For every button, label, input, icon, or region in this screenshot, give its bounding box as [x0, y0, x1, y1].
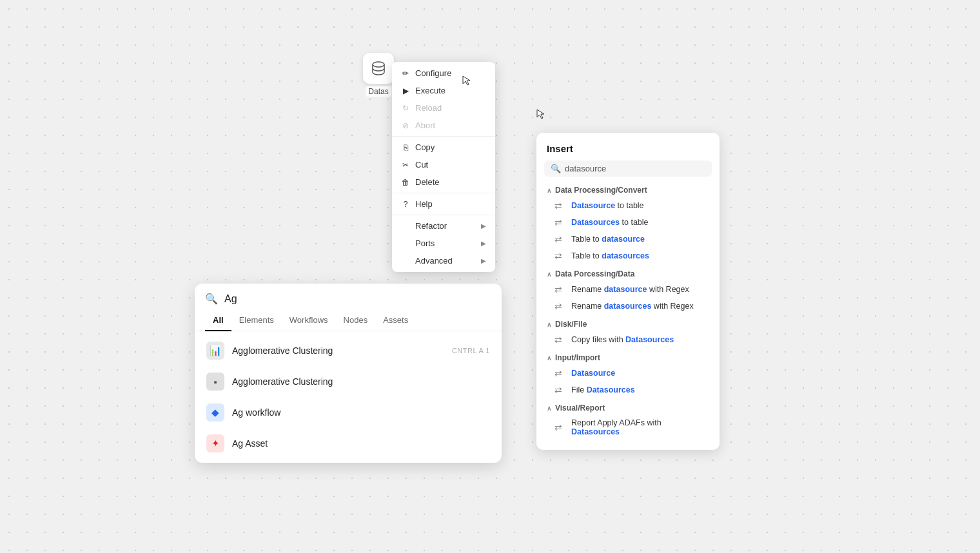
section-label: Disk/File	[555, 320, 587, 329]
menu-item-advanced[interactable]: Advanced▶	[392, 252, 495, 269]
item-highlight: Datasource	[571, 369, 615, 378]
menu-separator	[392, 193, 495, 193]
search-tab-all[interactable]: All	[205, 311, 231, 331]
search-result-ag-asset[interactable]: ✦Ag Asset	[195, 428, 502, 459]
item-highlight: Datasources	[571, 427, 620, 436]
insert-panel: Insert 🔍 ∧Data Processing/Convert⇄Dataso…	[536, 133, 720, 450]
insert-item[interactable]: ⇄Copy files with Datasources	[536, 331, 720, 348]
menu-item-abort: ⊘Abort	[392, 117, 495, 134]
section-label: Data Processing/Convert	[555, 186, 647, 195]
item-icon: ⇄	[554, 284, 566, 295]
ports-icon	[401, 239, 410, 248]
insert-item[interactable]: ⇄File Datasources	[536, 382, 720, 398]
item-highlight: datasources	[602, 251, 649, 260]
search-result-agglomerative2[interactable]: ▪Agglomerative Clustering	[195, 366, 502, 397]
insert-panel-title: Insert	[536, 143, 720, 160]
insert-section-disk-file: ∧Disk/File⇄Copy files with Datasources	[536, 317, 720, 348]
item-icon: ⇄	[554, 422, 566, 432]
section-label: Input/Import	[555, 353, 600, 362]
cut-label: Cut	[415, 160, 428, 170]
insert-search-box[interactable]: 🔍	[544, 160, 712, 177]
item-highlight: datasource	[604, 285, 647, 294]
search-tab-workflows[interactable]: Workflows	[282, 311, 336, 331]
reload-icon: ↻	[401, 104, 410, 113]
configure-label: Configure	[415, 68, 451, 78]
item-highlight: Datasources	[587, 385, 635, 394]
abort-icon: ⊘	[401, 121, 410, 130]
item-icon: ⇄	[554, 385, 566, 395]
item-icon: ⇄	[554, 217, 566, 228]
chevron-icon: ∧	[547, 321, 551, 328]
insert-item[interactable]: ⇄Report Apply ADAFs with Datasources	[536, 415, 720, 440]
refactor-submenu-arrow: ▶	[481, 222, 486, 229]
result-icon: 📊	[206, 342, 224, 360]
item-highlight: Datasource	[571, 201, 615, 210]
abort-label: Abort	[415, 121, 435, 130]
result-shortcut: CNTRL A 1	[452, 347, 490, 354]
search-result-ag-workflow[interactable]: ◆Ag workflow	[195, 397, 502, 428]
item-label: Copy files with Datasources	[571, 335, 674, 344]
insert-sections: ∧Data Processing/Convert⇄Datasource to t…	[536, 183, 720, 440]
item-icon: ⇄	[554, 234, 566, 244]
cut-icon: ✂	[401, 160, 410, 170]
item-highlight: datasource	[602, 235, 645, 244]
search-input[interactable]	[224, 293, 491, 305]
help-label: Help	[415, 199, 433, 209]
context-menu: ✏Configure▶Execute↻Reload⊘Abort⎘Copy✂Cut…	[392, 62, 495, 272]
insert-item[interactable]: ⇄Rename datasource with Regex	[536, 281, 720, 298]
advanced-submenu-arrow: ▶	[481, 257, 486, 264]
insert-section-header-disk-file[interactable]: ∧Disk/File	[536, 317, 720, 331]
delete-label: Delete	[415, 177, 440, 187]
menu-item-configure[interactable]: ✏Configure	[392, 64, 495, 82]
insert-item[interactable]: ⇄Rename datasources with Regex	[536, 298, 720, 315]
configure-icon: ✏	[401, 69, 410, 78]
insert-section-header-data-processing-data[interactable]: ∧Data Porcessing/Data	[536, 267, 720, 281]
chevron-icon: ∧	[547, 271, 551, 278]
insert-item[interactable]: ⇄Datasources to table	[536, 214, 720, 231]
insert-item[interactable]: ⇄Table to datasource	[536, 231, 720, 247]
insert-search-input[interactable]	[565, 164, 705, 173]
copy-icon: ⎘	[401, 143, 410, 152]
item-label: Datasource to table	[571, 201, 644, 210]
node-icon-box[interactable]	[363, 53, 394, 84]
menu-item-ports[interactable]: Ports▶	[392, 235, 495, 252]
menu-item-execute[interactable]: ▶Execute	[392, 82, 495, 99]
insert-section-header-data-processing-convert[interactable]: ∧Data Processing/Convert	[536, 183, 720, 197]
result-label: Agglomerative Clustering	[232, 345, 444, 356]
chevron-icon: ∧	[547, 187, 551, 194]
item-icon: ⇄	[554, 335, 566, 345]
refactor-label: Refactor	[415, 221, 447, 231]
search-tab-elements[interactable]: Elements	[231, 311, 282, 331]
ports-label: Ports	[415, 238, 435, 248]
help-icon: ?	[401, 200, 410, 209]
menu-item-cut[interactable]: ✂Cut	[392, 156, 495, 173]
menu-separator	[392, 136, 495, 137]
insert-item[interactable]: ⇄Table to datasources	[536, 247, 720, 264]
insert-section-header-input-import[interactable]: ∧Input/Import	[536, 351, 720, 365]
insert-item[interactable]: ⇄Datasource	[536, 365, 720, 382]
search-tab-nodes[interactable]: Nodes	[336, 311, 376, 331]
menu-item-copy[interactable]: ⎘Copy	[392, 139, 495, 156]
insert-item[interactable]: ⇄Datasource to table	[536, 197, 720, 214]
menu-item-reload: ↻Reload	[392, 99, 495, 117]
refactor-icon	[401, 222, 410, 231]
menu-item-delete[interactable]: 🗑Delete	[392, 173, 495, 191]
insert-section-data-processing-convert: ∧Data Processing/Convert⇄Datasource to t…	[536, 183, 720, 264]
item-icon: ⇄	[554, 368, 566, 378]
item-icon: ⇄	[554, 251, 566, 261]
result-icon: ◆	[206, 403, 224, 422]
menu-item-refactor[interactable]: Refactor▶	[392, 217, 495, 235]
result-icon: ✦	[206, 434, 224, 452]
delete-icon: 🗑	[401, 178, 410, 187]
menu-item-help[interactable]: ?Help	[392, 195, 495, 213]
insert-section-header-visual-report[interactable]: ∧Visual/Report	[536, 401, 720, 415]
node-label: Datas	[366, 86, 391, 97]
chevron-icon: ∧	[547, 405, 551, 412]
search-result-agglomerative1[interactable]: 📊Agglomerative ClusteringCNTRL A 1	[195, 335, 502, 366]
item-label: Rename datasources with Regex	[571, 302, 694, 311]
search-tab-assets[interactable]: Assets	[375, 311, 416, 331]
section-label: Visual/Report	[555, 403, 605, 412]
search-results: 📊Agglomerative ClusteringCNTRL A 1▪Agglo…	[195, 331, 502, 463]
item-label: Datasource	[571, 369, 615, 378]
item-icon: ⇄	[554, 200, 566, 211]
